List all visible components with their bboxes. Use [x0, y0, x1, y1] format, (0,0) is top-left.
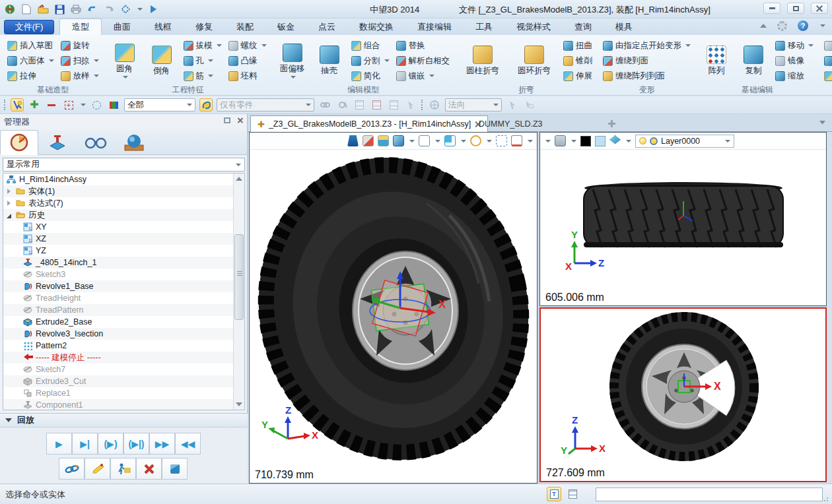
stock-button[interactable]: 坯料 — [226, 69, 269, 83]
toolbar-more-dropdown-icon[interactable] — [545, 140, 551, 142]
block-button[interactable]: 六面体 — [5, 54, 56, 68]
wrap-to-face-button[interactable]: 缠绕到面 — [601, 54, 693, 68]
morph-from-point-button[interactable]: 由指定点开始变形 — [601, 39, 693, 53]
new-file-button[interactable] — [20, 3, 32, 15]
tree-scrollbar[interactable] — [233, 173, 244, 410]
history-manager-tab[interactable] — [0, 130, 38, 155]
tree-row-sketch3[interactable]: Sketch3 — [3, 268, 234, 280]
qat-dropdown-icon[interactable] — [137, 8, 143, 11]
replay-cancel-button[interactable] — [136, 458, 162, 480]
manager-close-icon[interactable] — [237, 117, 242, 123]
zoom-window-icon[interactable] — [470, 135, 481, 146]
tab-inquire[interactable]: 查询 — [563, 18, 604, 35]
command-input[interactable] — [596, 488, 823, 501]
side-view-tire-model[interactable]: Y Z X — [540, 150, 826, 292]
toroidal-bend-button[interactable]: 圆环折弯 — [510, 37, 559, 84]
pattern-button[interactable]: 阵列 — [699, 37, 734, 84]
wireframe-display-icon[interactable] — [419, 135, 430, 146]
tab-list-dropdown-icon[interactable] — [819, 121, 825, 124]
mirror-button[interactable]: 镜像 — [773, 54, 815, 68]
help-icon[interactable]: ? — [798, 20, 808, 31]
replay-rewind-button[interactable]: ◀◀ — [175, 433, 201, 455]
tree-row-sketch7[interactable]: Sketch7 — [3, 363, 234, 375]
tree-row-history-stop-marker[interactable]: ----- 建模停止 ----- — [3, 352, 234, 363]
render-manager-tab[interactable] — [115, 130, 153, 155]
tab-point-cloud[interactable]: 点云 — [306, 18, 347, 35]
tree-row-revolve1[interactable]: Revolve1_Base — [3, 280, 234, 292]
walkthrough-icon[interactable] — [347, 135, 359, 146]
remove-selection-icon[interactable] — [45, 98, 58, 111]
render-mode-dropdown-icon[interactable] — [571, 140, 576, 142]
hole-button[interactable]: 孔 — [182, 54, 224, 68]
chamfer-button[interactable]: 倒角 — [145, 37, 179, 84]
viewport-frame-icon[interactable] — [496, 135, 507, 146]
color-filter-icon[interactable] — [107, 98, 120, 111]
extrude-button[interactable]: 拉伸 — [5, 69, 56, 83]
tree-row-treadheight[interactable]: TreadHeight — [3, 292, 234, 304]
expander-expanded-icon[interactable] — [6, 212, 13, 218]
replay-play-to-end-button[interactable]: ▶| — [72, 433, 98, 455]
visual-manager-tab[interactable] — [77, 130, 115, 155]
redo-button[interactable] — [103, 3, 115, 15]
scope-combo[interactable]: 仅有零件 — [217, 98, 314, 111]
tree-row-root[interactable]: H_Rim14inchAssy — [3, 173, 234, 185]
rib-button[interactable]: 筋 — [182, 69, 224, 83]
view-layout-icon[interactable] — [444, 135, 456, 146]
measure-icon[interactable] — [511, 135, 522, 146]
tab-tools[interactable]: 工具 — [464, 18, 504, 35]
file-menu-button[interactable]: 文件(F) — [4, 20, 54, 34]
datum-plane-button[interactable]: 基准面 — [822, 39, 832, 53]
fillet-button[interactable]: 圆角 — [108, 37, 142, 84]
unlink-icon[interactable] — [335, 98, 349, 111]
tab-data-exchange[interactable]: 数据交换 — [347, 18, 405, 35]
top-right-viewport[interactable]: Layer0000 Y Z X 605.006 mm — [539, 132, 827, 306]
document-tab-active[interactable]: ✚ _Z3_GL_BrakesModelB_2013.Z3 - [H_Rim14… — [250, 115, 488, 132]
tab-shape[interactable]: 造型 — [59, 18, 102, 35]
tab-repair[interactable]: 修复 — [184, 18, 225, 35]
thread-button[interactable]: 螺纹 — [226, 39, 269, 53]
highlight-color-swatch[interactable] — [595, 136, 606, 146]
revolve-button[interactable]: 旋转 — [59, 39, 101, 53]
render-mode-icon[interactable] — [555, 135, 566, 146]
replay-edit-button[interactable] — [85, 458, 110, 480]
list-filter1-icon[interactable] — [353, 98, 366, 111]
replay-section-header[interactable]: 回放 — [0, 413, 248, 427]
replace-button[interactable]: 替换 — [394, 39, 452, 53]
insert-sketch-button[interactable]: 插入草图 — [5, 39, 56, 53]
expander-collapsed-icon[interactable] — [6, 188, 13, 195]
tree-row-revolve3[interactable]: Revolve3_Isection — [3, 328, 234, 340]
scrollbar-thumb[interactable] — [234, 234, 244, 320]
undo-button[interactable] — [87, 3, 98, 15]
layer-manager-icon[interactable] — [609, 135, 621, 146]
cylindrical-bend-button[interactable]: 圆柱折弯 — [458, 37, 507, 84]
simplify-button[interactable]: 简化 — [349, 69, 392, 83]
activate-part-icon[interactable] — [378, 135, 389, 146]
tree-row-extrude2[interactable]: Extrude2_Base — [3, 316, 234, 328]
orient-icon[interactable] — [428, 98, 441, 111]
main-viewport[interactable]: X Z X Y 710.739 mm — [249, 132, 537, 484]
sweep-button[interactable]: 扫掠 — [59, 54, 101, 68]
eraser-icon[interactable] — [363, 135, 374, 146]
tab-sheet-metal[interactable]: 钣金 — [265, 18, 306, 35]
layer-dropdown-icon[interactable] — [626, 140, 631, 142]
pick-last-icon[interactable] — [199, 98, 213, 111]
tree-row-expressions[interactable]: 表达式(7) — [3, 197, 234, 209]
tree-row-component-4805[interactable]: _4805_14inch_1 — [3, 257, 234, 268]
scale-button[interactable]: 缩放 — [773, 69, 815, 83]
drag-datum-plane-button[interactable]: 拖拽基准面 — [822, 54, 832, 68]
view-layout-dropdown-icon[interactable] — [461, 140, 466, 142]
wrap-pattern-to-face-button[interactable]: 缠绕阵列到面 — [601, 69, 693, 83]
cursor-settings-icon[interactable] — [523, 98, 536, 111]
replay-step-play-stop-button[interactable]: (▶|) — [123, 433, 149, 455]
tree-row-solids[interactable]: 实体(1) — [3, 185, 234, 197]
resize-grip[interactable] — [823, 495, 830, 502]
front-view-tire-model[interactable]: X Z X Y — [541, 309, 825, 467]
filter-combo[interactable]: 全部 — [124, 98, 195, 111]
tree-row-replace1[interactable]: Replace1 — [3, 387, 234, 399]
new-tab-icon[interactable]: ✚ — [607, 118, 616, 130]
list-filter3-icon[interactable] — [387, 98, 400, 111]
shell-button[interactable]: 抽壳 — [312, 37, 347, 84]
settings-gear-icon[interactable] — [777, 21, 787, 31]
tree-row-pattern2[interactable]: Pattern2 — [3, 340, 234, 352]
qat-play-button[interactable] — [147, 3, 159, 15]
